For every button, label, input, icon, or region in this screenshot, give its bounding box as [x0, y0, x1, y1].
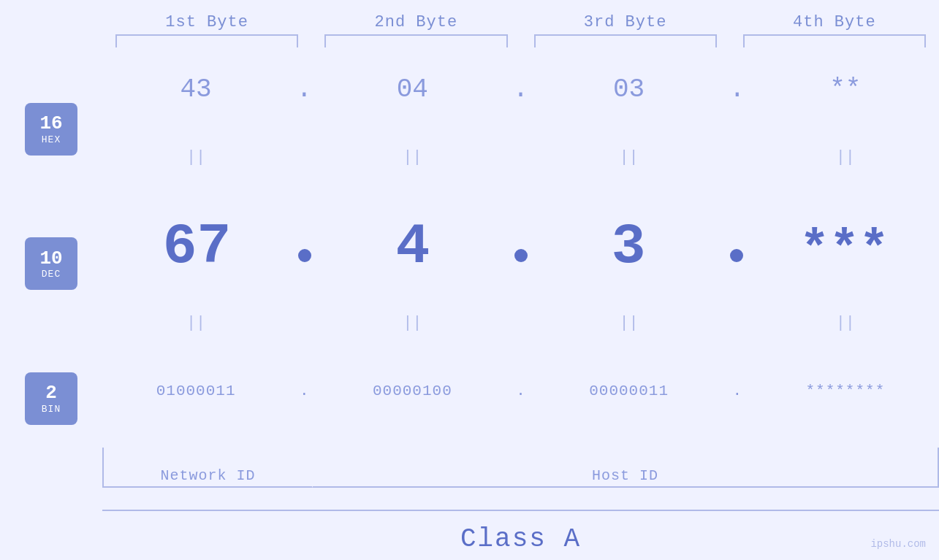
hex-badge-num: 16: [39, 113, 62, 134]
class-a-label: Class A: [102, 511, 939, 560]
eq-row-2: || || || ||: [102, 311, 939, 334]
bin-byte3: 00000011: [536, 383, 723, 399]
dec-badge-label: DEC: [42, 269, 61, 280]
dec-badge-num: 10: [39, 248, 62, 269]
dec-byte2: 4: [318, 218, 507, 275]
dec-byte3: 3: [534, 218, 723, 275]
hex-row: 43 . 04 . 03 . **: [102, 62, 939, 117]
eq1-b1: ||: [102, 148, 289, 166]
host-id-label: Host ID: [313, 464, 938, 483]
badges-column: 16 HEX 10 DEC 2 BIN: [0, 47, 102, 510]
bracket-byte1: [115, 34, 298, 47]
hex-byte2: 04: [319, 74, 506, 104]
dec-badge: 10 DEC: [25, 237, 77, 290]
eq1-b2: ||: [319, 148, 506, 166]
bracket-byte3: [534, 34, 717, 47]
eq-row-1: || || || ||: [102, 146, 939, 169]
bin-badge-num: 2: [45, 383, 57, 404]
hex-dot2: .: [506, 74, 536, 104]
dec-dot1: [292, 249, 318, 275]
dec-row: 67 4 3 ***: [102, 199, 939, 283]
byte2-header: 2nd Byte: [311, 13, 520, 31]
bin-byte1: 01000011: [102, 383, 289, 399]
network-id-col: Network ID: [102, 448, 313, 488]
bin-row: 01000011 . 00000100 . 00000011 .: [102, 364, 939, 418]
dec-byte1: 67: [102, 218, 292, 275]
dec-byte4: ***: [750, 226, 939, 275]
top-brackets: [102, 34, 939, 47]
network-id-label: Network ID: [104, 464, 312, 483]
eq2-b2: ||: [319, 314, 506, 332]
id-section: Network ID Host ID: [102, 448, 939, 488]
hex-badge-label: HEX: [42, 134, 61, 145]
dec-dot3: [723, 249, 750, 275]
bin-dot2: .: [506, 383, 536, 399]
hex-byte4: **: [752, 74, 939, 104]
byte3-header: 3rd Byte: [521, 13, 730, 31]
byte1-header: 1st Byte: [102, 13, 311, 31]
bin-dot1: .: [289, 383, 319, 399]
eq2-b3: ||: [536, 314, 723, 332]
dec-dot2: [508, 249, 534, 275]
main-container: 1st Byte 2nd Byte 3rd Byte 4th Byte 16 H…: [0, 0, 939, 560]
watermark: ipshu.com: [870, 538, 926, 550]
hex-byte3: 03: [536, 74, 723, 104]
bottom-section: Class A: [102, 510, 939, 560]
bin-badge-label: BIN: [42, 404, 61, 415]
byte-headers-row: 1st Byte 2nd Byte 3rd Byte 4th Byte: [102, 13, 939, 31]
hex-byte1: 43: [102, 74, 289, 104]
bin-dot3: .: [723, 383, 752, 399]
bracket-byte2: [324, 34, 507, 47]
eq2-b4: ||: [752, 314, 939, 332]
bin-byte2: 00000100: [319, 383, 506, 399]
byte4-header: 4th Byte: [730, 13, 939, 31]
bin-byte4: ********: [752, 383, 939, 399]
bin-badge: 2 BIN: [25, 372, 77, 425]
eq2-b1: ||: [102, 314, 289, 332]
eq1-b4: ||: [752, 148, 939, 166]
hex-badge: 16 HEX: [25, 103, 77, 156]
bracket-byte4: [743, 34, 926, 47]
eq1-b3: ||: [536, 148, 723, 166]
hex-dot3: .: [723, 74, 752, 104]
hex-dot1: .: [289, 74, 319, 104]
host-id-col: Host ID: [313, 448, 939, 488]
